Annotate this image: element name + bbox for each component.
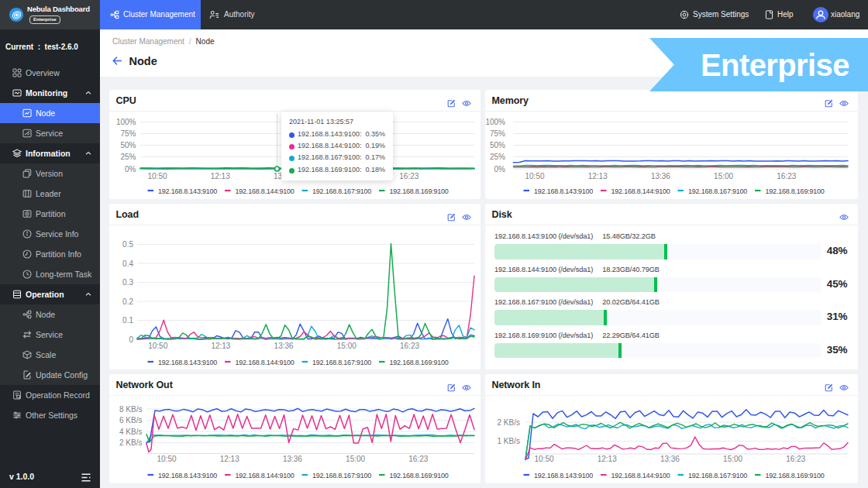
svg-text:10:50: 10:50 [148,342,167,350]
svg-text:192.168.8.143:9100: 192.168.8.143:9100 [158,358,217,366]
svg-text:12:13: 12:13 [598,455,617,463]
svg-text:192.168.8.169:9100: 192.168.8.169:9100 [766,187,825,195]
svg-text:0%: 0% [125,165,136,174]
svg-text:192.168.8.143:9100: 192.168.8.143:9100 [534,187,593,195]
svg-text:192.168.8.167:9100: 192.168.8.167:9100 [688,472,747,479]
svg-text:192.168.8.143:9100: 192.168.8.143:9100 [158,472,217,479]
svg-text:13:36: 13:36 [283,455,302,463]
svg-text:192.168.8.144:9100: 192.168.8.144:9100 [236,358,294,366]
svg-text:192.168.8.167:9100: 192.168.8.167:9100 [688,187,747,195]
svg-text:100%: 100% [485,118,505,126]
svg-text:50%: 50% [490,141,505,149]
svg-text:25%: 25% [490,153,505,161]
svg-text:192.168.8.169:9100: 192.168.8.169:9100 [390,187,449,195]
svg-text:75%: 75% [490,129,505,138]
svg-text:6 KB/s: 6 KB/s [119,416,142,424]
svg-text:13:36: 13:36 [274,342,294,350]
svg-text:10:50: 10:50 [147,172,167,180]
svg-text:192.168.8.167:9100: 192.168.8.167:9100 [312,187,371,195]
svg-text:192.168.8.169:9100: 192.168.8.169:9100 [390,358,449,366]
svg-text:2 KB/s: 2 KB/s [119,438,142,447]
svg-text:13:36: 13:36 [651,172,670,180]
svg-text:2 KB/s: 2 KB/s [498,418,520,427]
svg-text:16:23: 16:23 [399,172,418,180]
svg-text:16:23: 16:23 [408,455,428,463]
svg-text:4 KB/s: 4 KB/s [119,428,142,436]
svg-text:0.5: 0.5 [122,240,133,249]
svg-text:15:00: 15:00 [346,455,365,463]
svg-text:192.168.8.143:9100: 192.168.8.143:9100 [158,187,217,195]
svg-text:8 KB/s: 8 KB/s [119,405,142,414]
svg-text:12:13: 12:13 [588,172,608,180]
svg-text:50%: 50% [120,141,136,149]
svg-text:192.168.8.144:9100: 192.168.8.144:9100 [611,472,670,479]
svg-text:10:50: 10:50 [157,455,176,463]
svg-text:192.168.8.144:9100: 192.168.8.144:9100 [611,187,670,195]
svg-text:25%: 25% [120,153,136,161]
svg-text:13:36: 13:36 [660,455,680,463]
svg-text:1 KB/s: 1 KB/s [498,437,520,445]
svg-text:12:13: 12:13 [211,172,230,180]
svg-text:0: 0 [129,335,133,343]
svg-text:0.2: 0.2 [122,297,133,305]
svg-text:192.168.8.167:9100: 192.168.8.167:9100 [312,358,371,366]
svg-text:192.168.8.143:9100: 192.168.8.143:9100 [534,472,593,479]
svg-text:12:13: 12:13 [211,342,230,350]
svg-text:75%: 75% [120,129,136,138]
svg-text:10:50: 10:50 [534,455,553,463]
svg-text:10:50: 10:50 [525,172,544,180]
svg-text:0.1: 0.1 [122,316,133,325]
svg-text:192.168.8.169:9100: 192.168.8.169:9100 [766,472,825,479]
svg-text:15:00: 15:00 [337,342,356,350]
svg-text:100%: 100% [116,118,136,126]
svg-text:0.3: 0.3 [122,278,133,287]
svg-text:16:23: 16:23 [400,342,419,350]
svg-text:15:00: 15:00 [723,455,742,463]
svg-text:16:23: 16:23 [777,172,796,180]
svg-text:192.168.8.167:9100: 192.168.8.167:9100 [312,472,371,479]
svg-text:15:00: 15:00 [714,172,733,180]
svg-text:192.168.8.144:9100: 192.168.8.144:9100 [236,472,294,479]
svg-text:12:13: 12:13 [220,455,239,463]
svg-text:0.4: 0.4 [122,259,133,267]
svg-text:192.168.8.144:9100: 192.168.8.144:9100 [236,187,294,195]
svg-text:16:23: 16:23 [786,455,805,463]
svg-text:192.168.8.169:9100: 192.168.8.169:9100 [390,472,449,479]
svg-text:0%: 0% [494,165,506,174]
